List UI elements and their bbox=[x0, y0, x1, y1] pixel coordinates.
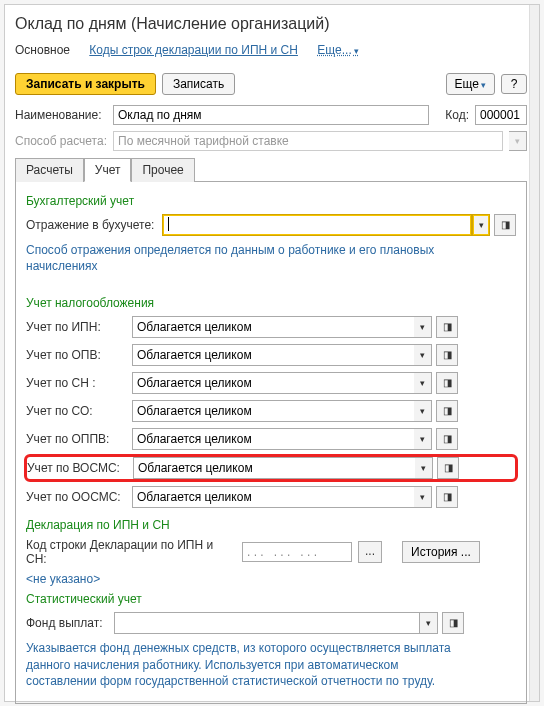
tax-label: Учет по СН : bbox=[26, 376, 132, 390]
save-button[interactable]: Записать bbox=[162, 73, 235, 95]
scrollbar[interactable] bbox=[529, 5, 539, 701]
section-stat: Статистический учет bbox=[26, 592, 516, 606]
history-button[interactable]: История ... bbox=[402, 541, 480, 563]
decl-code-input[interactable] bbox=[242, 542, 352, 562]
tax-input[interactable] bbox=[132, 372, 414, 394]
tax-dropdown-icon[interactable]: ▾ bbox=[414, 372, 432, 394]
tax-input[interactable] bbox=[133, 457, 415, 479]
name-label: Наименование: bbox=[15, 108, 107, 122]
fund-open-icon[interactable]: ◨ bbox=[442, 612, 464, 634]
save-close-button[interactable]: Записать и закрыть bbox=[15, 73, 156, 95]
tax-row: Учет по ООСМС:▾◨ bbox=[26, 486, 516, 508]
tax-dropdown-icon[interactable]: ▾ bbox=[414, 316, 432, 338]
tax-row: Учет по СН :▾◨ bbox=[26, 372, 516, 394]
tax-row: Учет по ОПВ:▾◨ bbox=[26, 344, 516, 366]
tax-row: Учет по ОППВ:▾◨ bbox=[26, 428, 516, 450]
reflection-dropdown-icon[interactable]: ▾ bbox=[472, 214, 490, 236]
page-title: Оклад по дням (Начисление организаций) bbox=[15, 15, 527, 33]
tax-dropdown-icon[interactable]: ▾ bbox=[414, 400, 432, 422]
tax-row: Учет по ВОСМС:▾◨ bbox=[26, 456, 516, 480]
panel-account: Бухгалтерский учет Отражение в бухучете:… bbox=[15, 182, 527, 704]
tab-other[interactable]: Прочее bbox=[131, 158, 194, 182]
tax-dropdown-icon[interactable]: ▾ bbox=[414, 428, 432, 450]
tax-input[interactable] bbox=[132, 344, 414, 366]
tax-input[interactable] bbox=[132, 486, 414, 508]
method-dropdown-icon: ▾ bbox=[509, 131, 527, 151]
tax-open-icon[interactable]: ◨ bbox=[436, 400, 458, 422]
decl-ellipsis-button[interactable]: ... bbox=[358, 541, 382, 563]
section-decl: Декларация по ИПН и СН bbox=[26, 518, 516, 532]
tax-open-icon[interactable]: ◨ bbox=[436, 344, 458, 366]
nav-more[interactable]: Еще... bbox=[317, 43, 358, 59]
tax-open-icon[interactable]: ◨ bbox=[436, 486, 458, 508]
tax-label: Учет по ОПВ: bbox=[26, 348, 132, 362]
fund-label: Фонд выплат: bbox=[26, 616, 108, 630]
fund-dropdown-icon[interactable]: ▾ bbox=[420, 612, 438, 634]
help-button[interactable]: ? bbox=[501, 74, 527, 94]
tax-label: Учет по ОППВ: bbox=[26, 432, 132, 446]
tax-label: Учет по ИПН: bbox=[26, 320, 132, 334]
tax-open-icon[interactable]: ◨ bbox=[436, 372, 458, 394]
section-tax: Учет налогообложения bbox=[26, 296, 516, 310]
tax-input[interactable] bbox=[132, 400, 414, 422]
tax-open-icon[interactable]: ◨ bbox=[437, 457, 459, 479]
reflection-input[interactable] bbox=[162, 214, 472, 236]
nav-codes[interactable]: Коды строк декларации по ИПН и СН bbox=[89, 43, 298, 59]
method-input bbox=[113, 131, 503, 151]
window: Оклад по дням (Начисление организаций) О… bbox=[4, 4, 540, 702]
code-label: Код: bbox=[445, 108, 469, 122]
tab-calc[interactable]: Расчеты bbox=[15, 158, 84, 182]
tab-account[interactable]: Учет bbox=[84, 158, 132, 182]
more-button[interactable]: Еще bbox=[446, 73, 495, 95]
tax-input[interactable] bbox=[132, 428, 414, 450]
tax-dropdown-icon[interactable]: ▾ bbox=[415, 457, 433, 479]
section-accounting: Бухгалтерский учет bbox=[26, 194, 516, 208]
stat-info: Указывается фонд денежных средств, из ко… bbox=[26, 640, 456, 689]
tax-open-icon[interactable]: ◨ bbox=[436, 316, 458, 338]
toolbar: Записать и закрыть Записать Еще ? bbox=[15, 73, 527, 95]
tax-dropdown-icon[interactable]: ▾ bbox=[414, 344, 432, 366]
tax-label: Учет по ВОСМС: bbox=[27, 461, 133, 475]
reflection-label: Отражение в бухучете: bbox=[26, 218, 156, 232]
tax-label: Учет по СО: bbox=[26, 404, 132, 418]
decl-notset[interactable]: <не указано> bbox=[26, 572, 516, 586]
decl-code-label: Код строки Декларации по ИПН и СН: bbox=[26, 538, 236, 566]
tax-input[interactable] bbox=[132, 316, 414, 338]
method-label: Способ расчета: bbox=[15, 134, 107, 148]
name-input[interactable] bbox=[113, 105, 429, 125]
tax-label: Учет по ООСМС: bbox=[26, 490, 132, 504]
nav: Основное Коды строк декларации по ИПН и … bbox=[15, 43, 527, 59]
tax-dropdown-icon[interactable]: ▾ bbox=[414, 486, 432, 508]
tabs: Расчеты Учет Прочее bbox=[15, 157, 527, 182]
tax-row: Учет по СО:▾◨ bbox=[26, 400, 516, 422]
code-input[interactable] bbox=[475, 105, 527, 125]
reflection-open-icon[interactable]: ◨ bbox=[494, 214, 516, 236]
accounting-info: Способ отражения определяется по данным … bbox=[26, 242, 456, 274]
nav-main[interactable]: Основное bbox=[15, 43, 70, 59]
fund-input[interactable] bbox=[114, 612, 420, 634]
tax-open-icon[interactable]: ◨ bbox=[436, 428, 458, 450]
tax-row: Учет по ИПН:▾◨ bbox=[26, 316, 516, 338]
